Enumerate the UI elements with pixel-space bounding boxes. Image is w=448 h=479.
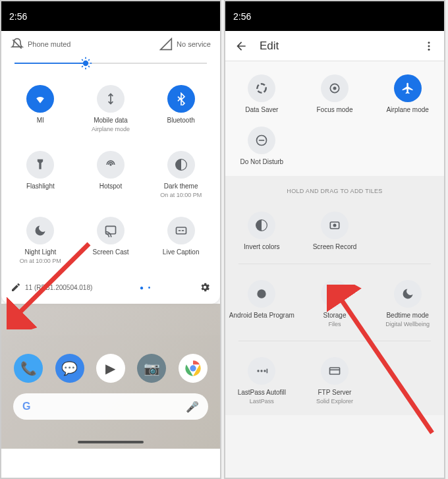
tile-dnd[interactable]: Do Not Disturb	[225, 121, 298, 173]
svg-point-22	[258, 84, 266, 92]
tile-caption[interactable]: Live Caption	[146, 211, 216, 272]
google-search-bar[interactable]: G 🎤	[13, 393, 208, 420]
page-title: Edit	[260, 40, 411, 53]
available-tiles-grid-2: Android Beta Program Storage Files Bedti…	[225, 267, 444, 338]
tile-label: Airplane mode	[386, 106, 428, 113]
ftp-icon[interactable]	[321, 357, 349, 385]
status-time: 2:56	[233, 11, 251, 22]
status-bar: 2:56	[1, 1, 220, 31]
edit-pencil-icon[interactable]	[11, 282, 21, 293]
tile-sublabel: On at 10:00 PM	[20, 258, 61, 264]
nav-bar[interactable]	[78, 441, 144, 443]
tile-nightlight[interactable]: Night Light On at 10:00 PM	[5, 211, 76, 272]
svg-line-5	[82, 59, 83, 61]
svg-point-33	[258, 370, 260, 372]
tile-data[interactable]: Mobile data Airplane mode	[76, 80, 146, 140]
lastpass-icon[interactable]	[248, 357, 275, 385]
back-arrow-icon[interactable]	[235, 40, 248, 53]
tile-storage[interactable]: Storage Files	[298, 275, 372, 335]
cast-icon[interactable]	[97, 217, 125, 244]
available-tiles-grid-3: LastPass Autofill LastPass FTP Server So…	[225, 344, 444, 415]
tile-label: Live Caption	[163, 248, 200, 256]
tile-label: Screen Record	[313, 243, 357, 250]
wifi-icon[interactable]	[26, 85, 54, 113]
tile-label: Bedtime mode	[386, 312, 428, 319]
dnd-icon[interactable]	[248, 127, 275, 154]
page-indicator: ● •	[140, 284, 152, 291]
svg-point-16	[190, 365, 196, 371]
svg-point-30	[258, 289, 266, 298]
svg-rect-11	[105, 226, 115, 234]
invert-icon[interactable]	[248, 211, 275, 239]
tile-label: Flashlight	[26, 183, 55, 190]
tile-airplane[interactable]: Airplane mode	[371, 69, 444, 121]
messages-app[interactable]: 💬	[55, 354, 84, 383]
tile-bedtime[interactable]: Bedtime mode Digital Wellbeing	[371, 275, 444, 335]
tile-hotspot[interactable]: Hotspot	[76, 146, 146, 206]
no-signal-icon	[159, 38, 173, 51]
tile-cast[interactable]: Screen Cast	[76, 211, 146, 272]
tile-ftp[interactable]: FTP Server Solid Explorer	[298, 352, 372, 412]
status-time: 2:56	[9, 11, 27, 22]
phone-app[interactable]: 📞	[14, 354, 43, 383]
tile-focus[interactable]: Focus mode	[298, 69, 372, 121]
tile-label: Focus mode	[316, 106, 352, 113]
tile-label: MI	[37, 117, 44, 124]
tile-sublabel: LastPass	[250, 398, 274, 405]
datasaver-icon[interactable]	[248, 74, 275, 102]
tile-label: Mobile data	[94, 117, 128, 124]
airplane-icon[interactable]	[394, 74, 422, 102]
qs-status-right: No service	[159, 38, 211, 51]
svg-point-29	[333, 224, 336, 227]
camera-app[interactable]: 📷	[137, 354, 166, 383]
tile-label: FTP Server	[318, 389, 352, 396]
beta-icon[interactable]	[248, 280, 275, 308]
tile-label: Dark theme	[164, 183, 198, 190]
tile-wifi[interactable]: MI	[5, 80, 76, 140]
play-store-app[interactable]: ▶	[96, 354, 125, 383]
active-tiles-grid: Data Saver Focus mode Airplane mode Do N…	[225, 61, 444, 176]
overflow-menu-icon[interactable]	[423, 40, 435, 52]
tile-label: Night Light	[24, 248, 56, 256]
tile-label: Storage	[323, 312, 346, 319]
hotspot-icon[interactable]	[97, 151, 125, 179]
focus-icon[interactable]	[321, 74, 349, 102]
data-icon[interactable]	[97, 85, 125, 113]
svg-point-32	[333, 293, 335, 295]
svg-point-9	[109, 163, 111, 165]
chrome-app[interactable]	[179, 354, 208, 383]
home-wallpaper: 📞 💬 ▶ 📷 G 🎤	[1, 304, 220, 449]
brightness-thumb-icon[interactable]	[79, 57, 92, 70]
tile-label: Invert colors	[244, 243, 279, 250]
drag-hint-label: HOLD AND DRAG TO ADD TILES	[225, 176, 444, 198]
tile-invert[interactable]: Invert colors	[225, 206, 298, 258]
tile-flashlight[interactable]: Flashlight	[5, 146, 76, 206]
svg-point-19	[428, 42, 430, 43]
brightness-slider[interactable]	[1, 55, 220, 74]
bluetooth-icon[interactable]	[167, 85, 195, 113]
tile-beta[interactable]: Android Beta Program	[225, 275, 298, 335]
qs-status-left: Phone muted	[11, 38, 70, 51]
record-icon[interactable]	[321, 211, 349, 239]
tile-label: Screen Cast	[92, 248, 128, 256]
tile-label: Android Beta Program	[229, 312, 294, 319]
tile-record[interactable]: Screen Record	[298, 206, 372, 258]
nightlight-icon[interactable]	[26, 217, 54, 244]
storage-icon[interactable]	[321, 280, 349, 308]
tile-label: Hotspot	[99, 183, 122, 190]
edit-header: Edit	[225, 31, 444, 61]
tile-lastpass[interactable]: LastPass Autofill LastPass	[225, 352, 298, 412]
tile-sublabel: On at 10:00 PM	[160, 192, 202, 198]
bedtime-icon[interactable]	[394, 280, 422, 308]
caption-icon[interactable]	[167, 217, 195, 244]
darktheme-icon[interactable]	[167, 151, 195, 179]
tile-datasaver[interactable]: Data Saver	[225, 69, 298, 121]
quick-settings-panel: Phone muted No service MI Mobile data	[1, 31, 220, 304]
qs-tiles-grid: MI Mobile data Airplane mode Bluetooth F…	[1, 74, 220, 277]
svg-point-24	[333, 87, 336, 90]
tile-bluetooth[interactable]: Bluetooth	[146, 80, 216, 140]
svg-point-20	[428, 45, 430, 47]
tile-darktheme[interactable]: Dark theme On at 10:00 PM	[146, 146, 216, 206]
settings-gear-icon[interactable]	[199, 281, 211, 293]
flashlight-icon[interactable]	[26, 151, 54, 179]
